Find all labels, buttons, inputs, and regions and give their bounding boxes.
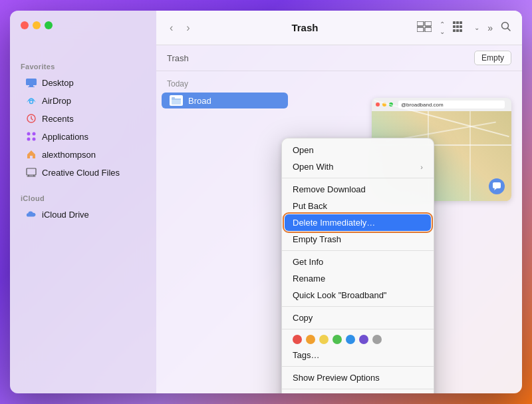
tag-orange[interactable] (306, 335, 315, 344)
sidebar-item-creative-cloud[interactable]: Creative Cloud Files (15, 164, 151, 181)
svg-rect-13 (425, 27, 432, 32)
menu-item-open[interactable]: Open (282, 142, 434, 158)
svg-point-5 (27, 132, 31, 136)
submenu-arrow-icon: › (420, 163, 423, 171)
svg-rect-14 (453, 21, 456, 24)
sidebar-item-label: Desktop (42, 78, 74, 88)
svg-rect-20 (453, 29, 456, 32)
menu-item-show-preview[interactable]: Show Preview Options (282, 369, 434, 386)
file-icon (170, 95, 183, 106)
toolbar: ‹ › Trash ⌃⌄ (156, 11, 522, 45)
airdrop-icon (26, 95, 37, 106)
sidebar-item-label: AirDrop (42, 96, 71, 106)
favorites-label: Favorites (10, 57, 156, 73)
sidebar-item-label: Creative Cloud Files (42, 168, 120, 178)
window-title: Trash (201, 22, 410, 33)
sidebar-item-label: alexthompson (42, 150, 96, 160)
menu-item-get-info[interactable]: Get Info (282, 254, 434, 270)
menu-item-delete-immediately[interactable]: Delete Immediately… (285, 214, 431, 231)
svg-rect-22 (460, 29, 462, 32)
creative-cloud-icon (26, 167, 37, 178)
svg-rect-16 (460, 21, 462, 24)
menu-item-remove-download[interactable]: Remove Download (282, 181, 434, 198)
sidebar: Favorites Desktop (10, 11, 156, 393)
context-menu: Open Open With › Remove Download Put Bac… (281, 138, 434, 393)
sidebar-item-airdrop[interactable]: AirDrop (15, 92, 151, 109)
svg-rect-12 (417, 27, 424, 32)
forward-button[interactable]: › (184, 21, 192, 35)
file-item[interactable]: Broad (162, 93, 288, 108)
menu-item-rename[interactable]: Rename (282, 270, 434, 287)
sidebar-item-applications[interactable]: Applications (15, 128, 151, 145)
content-body: Today Broad @broadband.c (156, 71, 522, 393)
preview-close (376, 102, 380, 106)
sidebar-item-recents[interactable]: Recents (15, 110, 151, 127)
sidebar-item-label: iCloud Drive (42, 210, 89, 220)
icloud-drive-icon (26, 209, 37, 220)
svg-rect-10 (417, 21, 424, 26)
home-icon (26, 149, 37, 160)
tags-color-row (282, 332, 434, 347)
menu-item-empty-trash[interactable]: Empty Trash (282, 231, 434, 248)
toolbar-icons: ⌃⌄ ⌄ » (417, 21, 511, 35)
svg-rect-11 (425, 21, 432, 26)
view-chevron-icon[interactable]: ⌃⌄ (440, 21, 445, 35)
empty-button[interactable]: Empty (474, 51, 511, 65)
back-button[interactable]: ‹ (167, 21, 176, 35)
view-toggle-icon[interactable] (417, 21, 432, 35)
close-button[interactable] (21, 21, 29, 29)
svg-rect-15 (456, 21, 459, 24)
main-content: ‹ › Trash ⌃⌄ (156, 11, 522, 393)
svg-rect-17 (453, 25, 456, 28)
recents-icon (26, 113, 37, 124)
menu-item-tags[interactable]: Tags… (282, 347, 434, 363)
menu-separator-6 (282, 389, 434, 389)
traffic-lights (21, 21, 53, 29)
sidebar-item-icloud-drive[interactable]: iCloud Drive (15, 206, 151, 223)
grid-view-icon[interactable] (453, 21, 466, 35)
map-road-5 (469, 111, 471, 201)
sidebar-item-label: Recents (42, 114, 74, 124)
menu-separator-2 (282, 250, 434, 251)
tag-gray[interactable] (372, 335, 382, 344)
sidebar-item-desktop[interactable]: Desktop (15, 74, 151, 91)
menu-item-add-deliveries[interactable]: Add to Deliveries (282, 392, 434, 393)
sidebar-item-home[interactable]: alexthompson (15, 146, 151, 163)
menu-separator-3 (282, 306, 434, 307)
menu-item-put-back[interactable]: Put Back (282, 198, 434, 214)
menu-item-open-with[interactable]: Open With › (282, 158, 434, 175)
svg-rect-1 (29, 85, 33, 87)
more-icon[interactable]: » (487, 23, 493, 33)
applications-icon (26, 131, 37, 142)
tag-red[interactable] (293, 335, 302, 344)
section-title: Trash (167, 53, 189, 63)
content-header: Trash Empty (156, 45, 522, 71)
svg-rect-19 (460, 25, 462, 28)
menu-item-quick-look[interactable]: Quick Look "Broadband" (282, 287, 434, 303)
date-section-label: Today (156, 77, 522, 91)
svg-rect-0 (26, 79, 37, 85)
file-name: Broad (188, 96, 211, 106)
tag-green[interactable] (332, 335, 342, 344)
svg-rect-18 (456, 25, 459, 28)
svg-rect-9 (27, 168, 36, 175)
svg-point-7 (27, 138, 31, 141)
grid-chevron-icon[interactable]: ⌄ (474, 24, 479, 31)
svg-point-8 (33, 138, 36, 141)
menu-separator-1 (282, 178, 434, 178)
sidebar-item-label: Applications (42, 132, 88, 142)
svg-rect-21 (456, 29, 459, 32)
menu-item-copy[interactable]: Copy (282, 309, 434, 326)
svg-point-3 (30, 101, 33, 104)
menu-separator-4 (282, 329, 434, 329)
minimize-button[interactable] (33, 21, 41, 29)
maximize-button[interactable] (45, 21, 53, 29)
icloud-label: iCloud (10, 189, 156, 205)
svg-rect-27 (493, 182, 501, 188)
svg-point-6 (33, 132, 36, 136)
tag-purple[interactable] (359, 335, 368, 344)
tag-blue[interactable] (346, 335, 355, 344)
menu-separator-5 (282, 366, 434, 367)
search-icon[interactable] (501, 21, 511, 35)
tag-yellow[interactable] (319, 335, 329, 344)
